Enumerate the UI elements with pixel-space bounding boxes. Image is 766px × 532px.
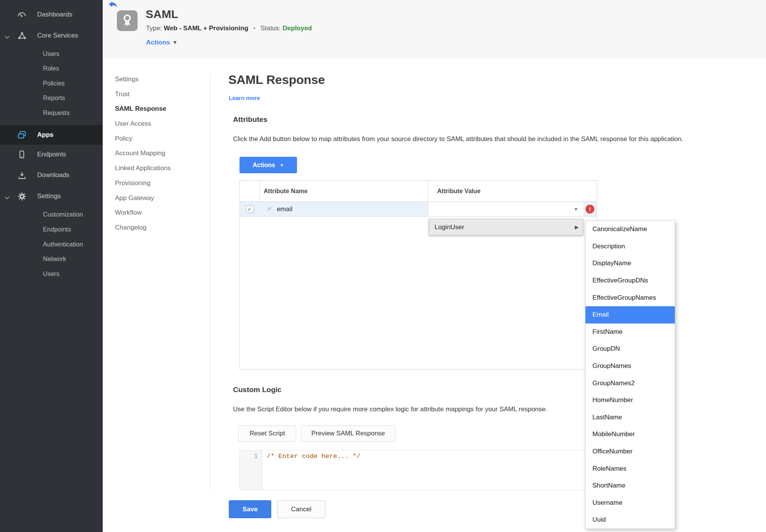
- sidebar-item-requests[interactable]: Requests: [0, 107, 103, 118]
- tab-saml-response[interactable]: SAML Response: [115, 105, 205, 120]
- tab-user-access[interactable]: User Access: [115, 120, 205, 135]
- sidebar-subitem-label: Customization: [43, 211, 83, 218]
- attributes-table-header: Attribute Name Attribute Value: [240, 181, 597, 202]
- sidebar-item-endpoints[interactable]: Endpoints: [0, 149, 103, 160]
- sidebar-subitem-label: Requests: [43, 109, 70, 117]
- sidebar-item-core-services[interactable]: Core Services: [0, 30, 103, 41]
- sidebar-item-label: Endpoints: [37, 151, 66, 158]
- submenu-item-mobilenumber[interactable]: MobileNumber: [586, 426, 675, 443]
- row-error-cell: !: [583, 202, 597, 216]
- script-editor: 1 /* Enter code here... */: [239, 450, 597, 490]
- value-menu-loginuser[interactable]: LoginUser ▶: [429, 219, 583, 235]
- submenu-item-groupdn[interactable]: GroupDN: [586, 340, 675, 358]
- table-row[interactable]: ✓ ✎ email ▼ !: [240, 202, 597, 217]
- sidebar-item-customization[interactable]: Customization: [0, 209, 103, 220]
- submenu-item-effectivegroupdns[interactable]: EffectiveGroupDNs: [586, 272, 675, 289]
- sidebar-item-settings-users[interactable]: Users: [0, 268, 103, 279]
- attributes-actions-button[interactable]: Actions ▼: [239, 157, 297, 173]
- dropdown-caret-icon: ▼: [574, 207, 578, 212]
- cancel-button[interactable]: Cancel: [277, 500, 325, 518]
- tab-changelog[interactable]: Changelog: [115, 224, 205, 239]
- sidebar-item-settings-endpoints[interactable]: Endpoints: [0, 223, 103, 235]
- submenu-item-shortname[interactable]: ShortName: [586, 477, 675, 494]
- editor-line-number-gutter: 1: [240, 450, 262, 490]
- nav-content-divider: [210, 73, 210, 491]
- submenu-item-groupnames2[interactable]: GroupNames2: [586, 374, 675, 392]
- attribute-value-dropdown[interactable]: ▼: [428, 202, 583, 216]
- value-menu-label: LoginUser: [435, 223, 464, 231]
- sidebar-subitem-label: Endpoints: [43, 226, 71, 233]
- submenu-item-canonicalizename[interactable]: CanonicalizeName: [586, 221, 675, 238]
- tab-provisioning[interactable]: Provisioning: [115, 179, 205, 194]
- sidebar-item-label: Apps: [37, 131, 54, 139]
- sidebar-item-users[interactable]: Users: [0, 48, 103, 59]
- submenu-item-effectivegroupnames[interactable]: EffectiveGroupNames: [586, 289, 675, 306]
- sidebar-item-roles[interactable]: Roles: [0, 62, 103, 74]
- attribute-name-cell: ✎ email: [259, 202, 428, 216]
- chevron-down-icon[interactable]: [4, 194, 10, 198]
- row-checkbox[interactable]: ✓: [246, 205, 254, 213]
- caret-down-icon: ▼: [172, 39, 177, 45]
- submenu-item-groupnames[interactable]: GroupNames: [586, 358, 675, 375]
- app-title: SAML: [146, 8, 178, 21]
- download-icon: [17, 170, 27, 180]
- header-actions-menu[interactable]: Actions▼: [146, 39, 177, 46]
- tab-workflow[interactable]: Workflow: [115, 209, 205, 224]
- sidebar-item-downloads[interactable]: Downloads: [0, 169, 103, 181]
- submenu-item-firstname[interactable]: FirstName: [586, 323, 675, 341]
- reset-script-button[interactable]: Reset Script: [238, 425, 296, 442]
- sidebar-subitem-label: Policies: [43, 80, 65, 87]
- tab-trust[interactable]: Trust: [115, 90, 205, 105]
- attributes-description: Click the Add button below to map attrib…: [233, 135, 683, 143]
- phone-icon: [17, 149, 27, 159]
- sidebar-item-apps-active[interactable]: Apps: [0, 125, 103, 144]
- meta-separator: •: [253, 25, 256, 32]
- attributes-heading: Attributes: [233, 115, 267, 124]
- status-label: Status:: [261, 25, 281, 32]
- submenu-item-description[interactable]: Description: [586, 238, 675, 255]
- attribute-name-column-header: Attribute Name: [259, 181, 428, 202]
- tab-policy[interactable]: Policy: [115, 135, 205, 150]
- submenu-item-officenumber[interactable]: OfficeNumber: [586, 443, 675, 460]
- submenu-item-homenumber[interactable]: HomeNumber: [586, 392, 675, 409]
- sidebar-subitem-label: Network: [43, 255, 66, 263]
- preview-saml-response-button[interactable]: Preview SAML Response: [301, 425, 395, 442]
- tab-account-mapping[interactable]: Account Mapping: [115, 149, 205, 164]
- sidebar-subitem-label: Users: [43, 270, 59, 277]
- page-title: SAML Response: [228, 73, 325, 87]
- custom-logic-heading: Custom Logic: [233, 386, 282, 394]
- header-actions-label: Actions: [146, 39, 170, 46]
- submenu-item-username[interactable]: Username: [586, 494, 675, 512]
- gear-icon: [17, 191, 27, 201]
- editor-code-area[interactable]: /* Enter code here... */: [262, 450, 597, 490]
- save-button[interactable]: Save: [229, 500, 271, 518]
- tab-linked-applications[interactable]: Linked Applications: [115, 164, 205, 179]
- sidebar-item-network[interactable]: Network: [0, 253, 103, 264]
- sidebar-item-settings[interactable]: Settings: [0, 190, 103, 202]
- edit-pencil-icon[interactable]: ✎: [267, 205, 272, 213]
- submenu-arrow-icon: ▶: [575, 224, 579, 230]
- sidebar-item-reports[interactable]: Reports: [0, 92, 103, 103]
- submenu-item-displayname[interactable]: DisplayName: [586, 255, 675, 272]
- chevron-down-icon[interactable]: [4, 34, 10, 38]
- submenu-item-lastname[interactable]: LastName: [586, 409, 675, 426]
- app-meta: Type: Web - SAML + Provisioning • Status…: [146, 25, 312, 32]
- actions-button-label: Actions: [253, 162, 275, 169]
- tab-settings[interactable]: Settings: [115, 76, 205, 90]
- submenu-item-rolenames[interactable]: RoleNames: [586, 460, 675, 477]
- submenu-item-email-selected[interactable]: Email: [586, 306, 675, 323]
- sidebar-item-authentication[interactable]: Authentication: [0, 238, 103, 250]
- attributes-table: Attribute Name Attribute Value ✓ ✎ email…: [239, 180, 597, 369]
- learn-more-link[interactable]: Learn more: [229, 95, 260, 101]
- caret-down-icon: ▼: [280, 163, 284, 167]
- status-badge: Deployed: [282, 25, 312, 32]
- tab-app-gateway[interactable]: App Gateway: [115, 194, 205, 209]
- sidebar-subitem-label: Roles: [43, 65, 59, 72]
- custom-logic-description: Use the Script Editor below if you requi…: [233, 406, 547, 413]
- submenu-item-uuid[interactable]: Uuid: [586, 511, 675, 529]
- back-arrow-icon[interactable]: [108, 1, 118, 9]
- sidebar-item-label: Downloads: [37, 171, 69, 179]
- sidebar-item-dashboards[interactable]: Dashboards: [0, 9, 103, 20]
- sidebar-item-policies[interactable]: Policies: [0, 77, 103, 89]
- attribute-name-value: email: [277, 205, 292, 213]
